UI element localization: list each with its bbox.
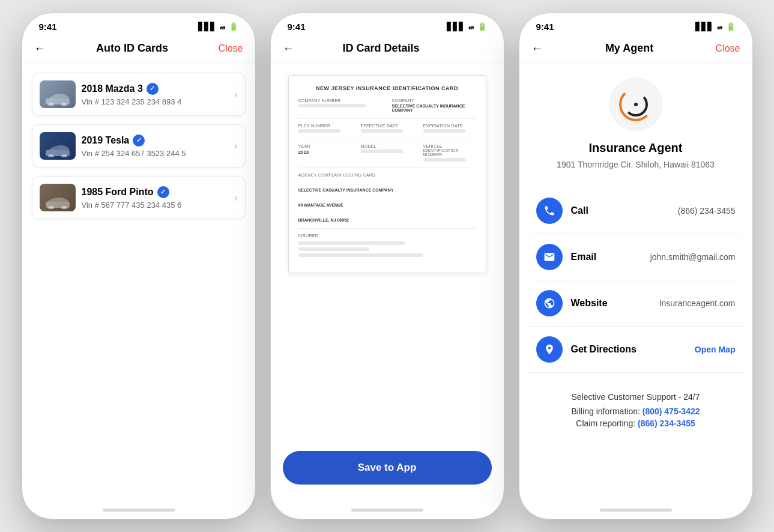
vehicle-thumb-mazda bbox=[40, 80, 76, 108]
vehicle-list: 2018 Mazda 3 ✓ Vin # 123 324 235 234 893… bbox=[22, 63, 255, 504]
billing-line: Billing information: (800) 475-3422 bbox=[531, 407, 740, 416]
nav-title-3: My Agent bbox=[605, 42, 653, 55]
check-badge-mazda: ✓ bbox=[147, 83, 159, 95]
battery-icon-1: 🔋 bbox=[229, 22, 238, 31]
model-value bbox=[361, 150, 403, 153]
email-value: john.smith@gmail.com bbox=[650, 252, 736, 262]
map-pin-icon bbox=[536, 336, 563, 363]
signal-icon-2: ▋▋▋ bbox=[447, 22, 465, 31]
signal-icon-3: ▋▋▋ bbox=[695, 22, 713, 31]
expiration-label: EXPIRATION DATE bbox=[423, 124, 476, 128]
screen2-phone: 9:41 ▋▋▋ 𝓌 🔋 ← ID Card Details NEW JERSE… bbox=[270, 13, 504, 519]
claim-phone[interactable]: (866) 234-3455 bbox=[638, 419, 695, 428]
time-1: 9:41 bbox=[39, 22, 57, 32]
id-field-model: MODEL bbox=[361, 144, 414, 162]
website-value: Insuranceagent.com bbox=[659, 298, 736, 308]
nav-title-1: Auto ID Cards bbox=[96, 42, 168, 55]
agent-content: Insurance Agent 1901 Thornridge Cir. Shi… bbox=[519, 63, 752, 504]
id-card-divider-1 bbox=[298, 118, 476, 119]
id-card-row-4: AGENCY COMPLAIN ISSUING CARD SELECTIVE C… bbox=[298, 173, 476, 222]
claim-label: Claim reporting: bbox=[576, 419, 635, 428]
id-field-expiration: EXPIRATION DATE bbox=[423, 124, 476, 133]
home-indicator-2 bbox=[351, 509, 423, 512]
year-label: YEAR bbox=[298, 144, 351, 148]
contact-item-directions[interactable]: Get Directions Open Map bbox=[529, 327, 743, 373]
insured-line1 bbox=[298, 241, 405, 245]
home-indicator-1 bbox=[103, 509, 175, 512]
battery-icon-2: 🔋 bbox=[477, 22, 487, 31]
back-button-3[interactable]: ← bbox=[531, 41, 543, 55]
agency-value: SELECTIVE CASUALTY INSURANCE COMPANY bbox=[298, 188, 476, 192]
vehicle-thumb-tesla bbox=[40, 132, 76, 160]
website-label: Website bbox=[571, 298, 659, 309]
nav-title-2: ID Card Details bbox=[342, 42, 419, 55]
agency-label: AGENCY COMPLAIN ISSUING CARD bbox=[298, 173, 476, 177]
id-card-row-1: COMPANY NUMBER COMPANY SELECTIVE CASUALT… bbox=[298, 98, 476, 112]
close-button-1[interactable]: Close bbox=[219, 43, 243, 54]
policy-label: PLCY NUMBER bbox=[298, 124, 351, 128]
home-indicator-3 bbox=[600, 509, 672, 512]
insured-label: INSURED bbox=[298, 234, 476, 238]
id-card-row-3: YEAR 2013 MODEL VEHICLE IDENTIFICATION N… bbox=[298, 144, 476, 162]
car-icon-pinto bbox=[43, 196, 73, 209]
id-card-title: NEW JERSEY INSURANCE IDENTIFICATION CARD bbox=[298, 85, 476, 91]
id-card-divider-2 bbox=[298, 139, 476, 139]
id-card-row-2: PLCY NUMBER EFFECTIVE DATE EXPIRATION DA… bbox=[298, 124, 476, 133]
status-icons-1: ▋▋▋ 𝓌 🔋 bbox=[198, 22, 238, 32]
billing-label: Billing information: bbox=[571, 407, 639, 416]
back-button-1[interactable]: ← bbox=[34, 41, 46, 55]
effective-value bbox=[361, 129, 403, 133]
time-2: 9:41 bbox=[288, 22, 306, 32]
vehicle-vin-tesla: Vin # 254 324 657 3523 244 5 bbox=[82, 149, 228, 158]
id-card-content: NEW JERSEY INSURANCE IDENTIFICATION CARD… bbox=[271, 63, 504, 441]
screen3-phone: 9:41 ▋▋▋ 𝓌 🔋 ← My Agent Close bbox=[519, 13, 753, 519]
vehicle-name-mazda: 2018 Mazda 3 ✓ bbox=[82, 83, 228, 95]
policy-value bbox=[298, 129, 340, 133]
vin-value bbox=[423, 158, 465, 162]
agent-address: 1901 Thornridge Cir. Shiloh, Hawaii 8106… bbox=[557, 159, 715, 171]
city-value: BRANCHVILLE, NJ 06952 bbox=[298, 218, 476, 222]
model-label: MODEL bbox=[361, 144, 414, 148]
agent-header: Insurance Agent 1901 Thornridge Cir. Shi… bbox=[519, 63, 752, 183]
vehicle-vin-mazda: Vin # 123 324 235 234 893 4 bbox=[82, 97, 228, 106]
id-card-divider-3 bbox=[298, 168, 476, 168]
wifi-icon-2: 𝓌 bbox=[468, 22, 474, 32]
agent-name: Insurance Agent bbox=[589, 141, 683, 155]
contact-item-email[interactable]: Email john.smith@gmail.com bbox=[529, 234, 743, 280]
vin-label: VEHICLE IDENTIFICATION NUMBER bbox=[423, 144, 476, 157]
back-button-2[interactable]: ← bbox=[283, 41, 295, 55]
call-value: (866) 234-3455 bbox=[678, 206, 736, 216]
status-bar-3: 9:41 ▋▋▋ 𝓌 🔋 bbox=[519, 13, 752, 37]
contact-item-call[interactable]: Call (866) 234-3455 bbox=[529, 188, 743, 234]
vehicle-info-pinto: 1985 Ford Pinto ✓ Vin # 567 777 435 234 … bbox=[76, 186, 234, 210]
phone-icon bbox=[536, 198, 563, 224]
save-to-app-button[interactable]: Save to App bbox=[283, 451, 492, 485]
chevron-icon-mazda: › bbox=[234, 88, 238, 101]
vehicle-item-mazda[interactable]: 2018 Mazda 3 ✓ Vin # 123 324 235 234 893… bbox=[32, 73, 246, 116]
insured-line2 bbox=[298, 247, 369, 251]
nav-bar-2: ← ID Card Details bbox=[271, 37, 504, 63]
vehicle-info-tesla: 2019 Tesla ✓ Vin # 254 324 657 3523 244 … bbox=[76, 135, 234, 158]
email-icon bbox=[536, 244, 563, 270]
address-value: 40 WANTAGE AVENUE bbox=[298, 203, 476, 207]
check-badge-tesla: ✓ bbox=[133, 135, 145, 147]
check-badge-pinto: ✓ bbox=[157, 186, 169, 198]
close-button-3[interactable]: Close bbox=[716, 43, 740, 54]
id-field-effective: EFFECTIVE DATE bbox=[361, 124, 414, 133]
claim-line: Claim reporting: (866) 234-3455 bbox=[531, 419, 740, 428]
agent-logo-icon bbox=[618, 86, 654, 122]
save-button-container: Save to App bbox=[271, 441, 504, 504]
year-value: 2013 bbox=[298, 150, 351, 155]
vehicle-item-tesla[interactable]: 2019 Tesla ✓ Vin # 254 324 657 3523 244 … bbox=[32, 124, 246, 168]
directions-label: Get Directions bbox=[571, 344, 695, 355]
id-card-divider-4 bbox=[298, 228, 476, 229]
chevron-icon-pinto: › bbox=[234, 192, 238, 204]
open-map-link[interactable]: Open Map bbox=[695, 345, 736, 354]
billing-phone[interactable]: (800) 475-3422 bbox=[642, 407, 700, 416]
contact-item-website[interactable]: Website Insuranceagent.com bbox=[529, 280, 743, 327]
id-card-row-insured: INSURED bbox=[298, 234, 476, 257]
vehicle-item-pinto[interactable]: 1985 Ford Pinto ✓ Vin # 567 777 435 234 … bbox=[32, 176, 246, 219]
vehicle-thumb-pinto bbox=[40, 184, 76, 211]
wifi-icon-3: 𝓌 bbox=[717, 22, 722, 32]
id-field-policy: PLCY NUMBER bbox=[298, 124, 351, 133]
